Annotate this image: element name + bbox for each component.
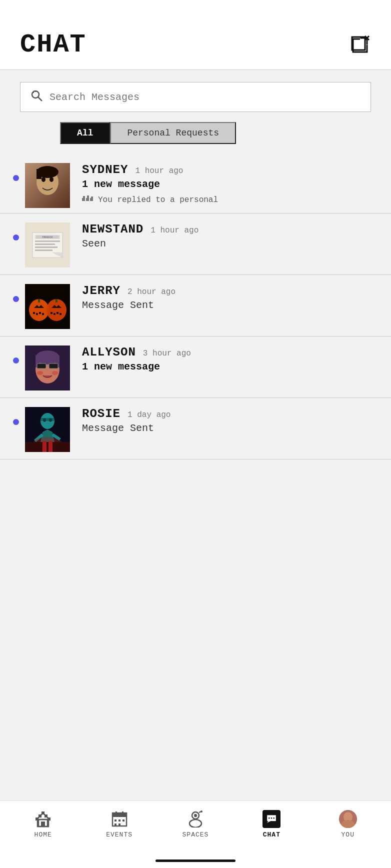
list-item[interactable]: ALLYSON 3 hour ago 1 new message [0, 336, 391, 398]
svg-rect-81 [112, 813, 126, 817]
nav-chat[interactable]: CHAT [252, 810, 292, 838]
svg-rect-82 [116, 812, 117, 816]
chat-content: SYDNEY 1 hour ago 1 new message Y [82, 163, 371, 206]
search-input[interactable] [50, 92, 360, 103]
tab-personal-requests[interactable]: Personal Requests [110, 122, 236, 144]
svg-point-49 [46, 299, 66, 321]
svg-rect-65 [25, 442, 70, 452]
svg-rect-97 [268, 818, 270, 818]
avatar [25, 407, 70, 452]
svg-rect-66 [42, 441, 46, 452]
unread-indicator [13, 358, 19, 364]
chat-icon [262, 810, 280, 828]
svg-rect-55 [37, 364, 46, 368]
timestamp: 1 hour ago [135, 166, 183, 176]
spaces-icon [186, 810, 204, 828]
svg-rect-14 [82, 198, 85, 201]
svg-rect-70 [40, 418, 54, 421]
svg-rect-17 [87, 196, 89, 198]
chat-content: ROSIE 1 day ago Message Sent [82, 407, 371, 434]
avatar [25, 284, 70, 329]
message-preview: Message Sent [82, 300, 371, 311]
sub-text: You replied to a personal [98, 196, 218, 204]
svg-rect-83 [122, 812, 124, 816]
events-icon [110, 810, 128, 828]
nav-you[interactable]: YOU [328, 810, 368, 838]
nav-you-label: YOU [342, 831, 354, 838]
svg-rect-6 [33, 92, 34, 93]
svg-rect-15 [83, 196, 85, 198]
svg-rect-87 [114, 824, 116, 826]
unread-indicator [13, 419, 19, 425]
chat-content: ALLYSON 3 hour ago 1 new message [82, 346, 371, 372]
svg-rect-23 [35, 240, 60, 242]
timestamp: 1 day ago [128, 410, 170, 420]
avatar [25, 163, 70, 208]
svg-rect-13 [36, 169, 42, 179]
svg-rect-85 [118, 820, 120, 822]
svg-rect-84 [114, 820, 116, 822]
svg-marker-96 [268, 821, 271, 823]
message-preview: 1 new message [82, 361, 371, 372]
home-indicator [0, 856, 391, 868]
message-preview: Seen [82, 238, 371, 250]
unread-indicator [13, 296, 19, 302]
avatar: FREDDIE [25, 222, 70, 268]
chat-content: JERRY 2 hour ago Message Sent [82, 284, 371, 311]
contact-name: SYDNEY [82, 163, 128, 176]
nav-home[interactable]: HOME [23, 810, 63, 838]
svg-point-94 [200, 810, 202, 812]
svg-rect-56 [49, 364, 58, 368]
search-box[interactable] [20, 82, 371, 112]
contact-name: NEWSTAND [82, 222, 144, 236]
home-bar-line [156, 860, 236, 862]
timestamp: 1 hour ago [150, 226, 198, 235]
unread-indicator [13, 234, 19, 240]
nav-events-label: EVENTS [106, 831, 132, 838]
chat-content: NEWSTAND 1 hour ago Seen [82, 222, 371, 250]
svg-point-92 [194, 814, 197, 817]
message-preview: 1 new message [82, 178, 371, 190]
svg-point-48 [29, 299, 49, 321]
nav-home-label: HOME [34, 831, 52, 838]
timestamp: 2 hour ago [128, 288, 176, 296]
compose-button[interactable] [349, 34, 371, 56]
svg-rect-25 [35, 246, 58, 248]
you-avatar [339, 810, 357, 828]
list-item[interactable]: SYDNEY 1 hour ago 1 new message Y [0, 154, 391, 214]
message-preview: Message Sent [82, 422, 371, 434]
list-item[interactable]: ROSIE 1 day ago Message Sent [0, 398, 391, 460]
svg-text:FREDDIE: FREDDIE [42, 236, 52, 238]
svg-rect-26 [35, 250, 52, 251]
chat-list: SYDNEY 1 hour ago 1 new message Y [0, 149, 391, 632]
svg-point-58 [37, 371, 43, 375]
list-item[interactable]: FREDDIE NEWSTAND 1 hour ago Seen [0, 214, 391, 275]
tab-all[interactable]: All [60, 122, 110, 144]
page-title: CHAT [20, 30, 86, 60]
svg-line-4 [38, 98, 42, 101]
header: CHAT [0, 0, 391, 70]
home-icon [34, 810, 52, 828]
svg-rect-24 [35, 244, 55, 245]
svg-rect-99 [274, 818, 274, 818]
list-item[interactable]: JERRY 2 hour ago Message Sent [0, 275, 391, 336]
svg-rect-16 [86, 198, 89, 201]
chat-sub-info: You replied to a personal [82, 194, 371, 206]
contact-name: ROSIE [82, 407, 120, 420]
search-icon [30, 90, 42, 104]
svg-rect-5 [35, 91, 36, 92]
nav-events[interactable]: EVENTS [100, 810, 140, 838]
contact-name: ALLYSON [82, 346, 136, 359]
filter-tabs: All Personal Requests [0, 112, 391, 149]
svg-point-59 [52, 371, 58, 375]
nav-chat-label: CHAT [263, 831, 280, 838]
svg-rect-98 [271, 818, 272, 818]
avatar [25, 346, 70, 390]
timestamp: 3 hour ago [143, 349, 191, 358]
svg-rect-19 [91, 196, 93, 198]
svg-rect-67 [48, 441, 52, 452]
svg-rect-79 [41, 822, 45, 826]
nav-spaces[interactable]: SPACES [176, 810, 216, 838]
svg-point-91 [190, 820, 202, 828]
svg-rect-57 [46, 366, 49, 366]
